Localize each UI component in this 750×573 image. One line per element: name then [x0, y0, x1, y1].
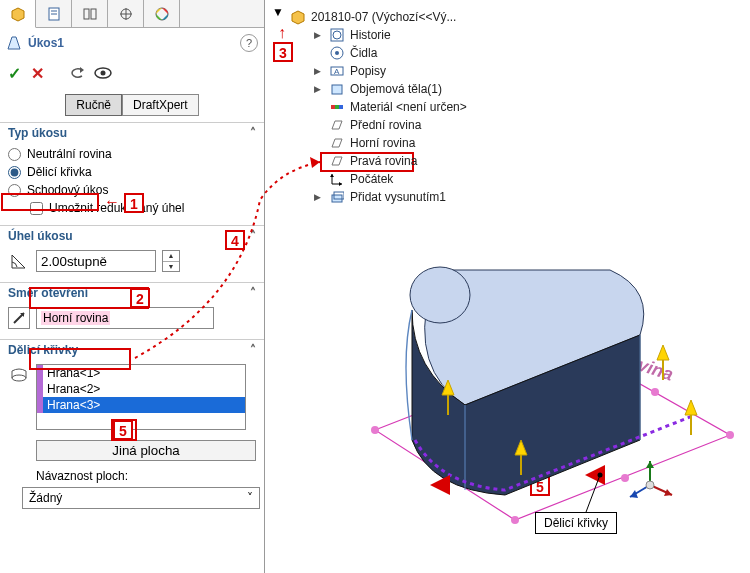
tree-sensors-label: Čidla: [350, 46, 377, 60]
expand-icon[interactable]: ▶: [314, 66, 324, 76]
list-item[interactable]: Hrana<3>: [37, 397, 245, 413]
feature-name: Úkos1: [28, 36, 64, 50]
svg-point-22: [335, 51, 339, 55]
undo-icon[interactable]: [66, 62, 88, 84]
tree-extrude[interactable]: ▶ Přidat vysunutím1: [290, 188, 530, 206]
tree-history[interactable]: ▶ Historie: [290, 26, 530, 44]
angle-icon: [8, 250, 30, 272]
chevron-up-icon: ˄: [250, 343, 256, 357]
angle-input[interactable]: [36, 250, 156, 272]
direction-value: Horní rovina: [41, 311, 110, 325]
expand-icon[interactable]: ▶: [314, 84, 324, 94]
expand-icon[interactable]: ▶: [314, 192, 324, 202]
tab-display-icon[interactable]: [72, 0, 108, 28]
annotation-number-5: 5: [113, 420, 133, 440]
radio-parting-line-input[interactable]: [8, 166, 21, 179]
chevron-up-icon: ˄: [250, 126, 256, 140]
tree-right-plane[interactable]: Pravá rovina: [290, 152, 530, 170]
tree-root[interactable]: 201810-07 (Výchozí<<Vý...: [290, 8, 530, 26]
mode-draftxpert-button[interactable]: DraftXpert: [122, 94, 199, 116]
chevron-down-icon: ˅: [247, 491, 253, 505]
history-icon: [329, 27, 345, 43]
tree-bodies[interactable]: ▶ Objemová těla(1): [290, 80, 530, 98]
extrude-icon: [329, 189, 345, 205]
svg-rect-28: [339, 105, 343, 109]
tab-dimxpert-icon[interactable]: [108, 0, 144, 28]
list-item-empty[interactable]: [37, 413, 245, 429]
annotation-number-4: 4: [225, 230, 245, 250]
svg-point-38: [726, 431, 734, 439]
svg-point-16: [12, 375, 26, 381]
annotation-box-direction: [29, 348, 131, 370]
tree-top-label: Horní rovina: [350, 136, 415, 150]
help-icon[interactable]: ?: [240, 34, 258, 52]
other-face-button[interactable]: Jiná plocha: [36, 440, 256, 461]
angle-spinner[interactable]: ▲▼: [162, 250, 180, 272]
annotation-number-2: 2: [130, 288, 150, 308]
svg-rect-4: [84, 9, 89, 19]
svg-marker-51: [657, 345, 669, 360]
svg-text:A: A: [334, 67, 340, 76]
section-angle-label: Úhel úkosu: [8, 229, 73, 243]
continuity-combo[interactable]: Žádný ˅: [22, 487, 260, 509]
tree-origin-label: Počátek: [350, 172, 393, 186]
eye-icon[interactable]: [92, 62, 114, 84]
section-type-header[interactable]: Typ úkosu ˄: [0, 122, 264, 143]
radio-neutral-plane[interactable]: Neutrální rovina: [8, 147, 256, 161]
tree-front-plane[interactable]: Přední rovina: [290, 116, 530, 134]
feature-header: Úkos1 ?: [0, 28, 264, 58]
svg-point-13: [101, 71, 106, 76]
tree-extrude-label: Přidat vysunutím1: [350, 190, 446, 204]
ok-button[interactable]: ✓: [8, 64, 21, 83]
panel-dropdown-icon[interactable]: ▼: [272, 5, 284, 19]
panel-tabbar: [0, 0, 264, 28]
viewport-3d[interactable]: Horní rovina: [300, 230, 740, 570]
tab-appearance-icon[interactable]: [144, 0, 180, 28]
reverse-direction-button[interactable]: [8, 307, 30, 329]
viewport-callout: Dělicí křivky: [535, 512, 617, 534]
svg-rect-26: [331, 105, 335, 109]
svg-point-65: [598, 473, 603, 478]
svg-marker-11: [80, 67, 84, 73]
annotation-arrow-1: ←: [104, 193, 120, 211]
svg-point-39: [511, 516, 519, 524]
svg-rect-5: [91, 9, 96, 19]
tree-front-label: Přední rovina: [350, 118, 421, 132]
cancel-button[interactable]: ✕: [31, 64, 44, 83]
continuity-value: Žádný: [29, 491, 62, 505]
plane-icon: [329, 153, 345, 169]
direction-field[interactable]: Horní rovina: [36, 307, 214, 329]
tab-feature-icon[interactable]: [0, 0, 36, 28]
annotation-box-1: [1, 193, 99, 211]
tree-top-plane[interactable]: Horní rovina: [290, 134, 530, 152]
svg-point-41: [651, 388, 659, 396]
radio-parting-line[interactable]: Dělicí křivka: [8, 165, 256, 179]
radio-neutral-plane-label: Neutrální rovina: [27, 147, 112, 161]
svg-rect-25: [332, 85, 342, 94]
svg-marker-55: [430, 475, 450, 495]
tab-config-icon[interactable]: [36, 0, 72, 28]
sensor-icon: [329, 45, 345, 61]
svg-point-36: [371, 426, 379, 434]
annotation-number-1: 1: [124, 193, 144, 213]
draft-icon: [6, 35, 22, 51]
mode-manual-button[interactable]: Ručně: [65, 94, 122, 116]
tree-material[interactable]: Materiál <není určen>: [290, 98, 530, 116]
tree-material-label: Materiál <není určen>: [350, 100, 467, 114]
tree-right-label: Pravá rovina: [350, 154, 417, 168]
radio-parting-line-label: Dělicí křivka: [27, 165, 92, 179]
list-item[interactable]: Hrana<2>: [37, 381, 245, 397]
svg-point-63: [646, 481, 654, 489]
tree-annotations[interactable]: ▶ A Popisy: [290, 62, 530, 80]
tree-sensors[interactable]: Čidla: [290, 44, 530, 62]
chevron-up-icon: ˄: [250, 229, 256, 243]
radio-neutral-plane-input[interactable]: [8, 148, 21, 161]
material-icon: [329, 99, 345, 115]
chevron-up-icon: ˄: [250, 286, 256, 300]
svg-marker-0: [12, 8, 24, 21]
tree-origin[interactable]: Počátek: [290, 170, 530, 188]
svg-point-44: [410, 267, 470, 323]
parting-curve-listbox[interactable]: Hrana<1> Hrana<2> Hrana<3>: [36, 364, 246, 430]
expand-icon[interactable]: ▶: [314, 30, 324, 40]
tree-bodies-label: Objemová těla(1): [350, 82, 442, 96]
